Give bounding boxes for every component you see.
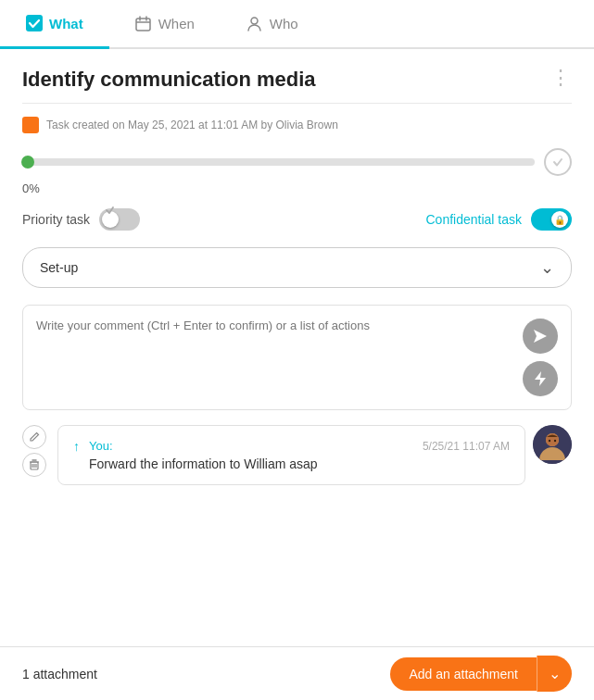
tab-what-label: What: [49, 16, 83, 31]
task-meta-text: Task created on May 25, 2021 at 11:01 AM…: [46, 119, 338, 131]
task-icon: [22, 117, 39, 133]
person-icon: [246, 15, 263, 31]
comment-up-arrow: ↑: [73, 439, 80, 454]
tab-when[interactable]: When: [109, 0, 221, 49]
attachment-dropdown-button[interactable]: ⌄: [537, 656, 572, 692]
main-content: Identify communication media ⋮ Task crea…: [0, 49, 594, 585]
bottom-right-actions: Add an attachment ⌄: [390, 656, 572, 692]
progress-label: 0%: [22, 181, 572, 195]
progress-check-button[interactable]: [544, 148, 572, 176]
comment-actions: [523, 319, 558, 396]
comment-input[interactable]: [36, 319, 513, 374]
comment-entry-controls: [22, 425, 46, 477]
avatar: [533, 425, 572, 464]
svg-point-18: [554, 440, 556, 442]
comment-time: 5/25/21 11:07 AM: [423, 440, 510, 453]
priority-toggle[interactable]: [99, 208, 140, 231]
category-dropdown[interactable]: Set-up ⌄: [22, 247, 572, 288]
comment-body: You: 5/25/21 11:07 AM Forward the inform…: [89, 439, 510, 471]
confidential-toggle-group: Confidential task 🔒: [425, 208, 572, 231]
lock-icon: 🔒: [554, 215, 565, 225]
toggles-row: Priority task Confidential task 🔒: [22, 208, 572, 231]
comment-header: You: 5/25/21 11:07 AM: [89, 439, 510, 453]
svg-rect-1: [136, 19, 150, 31]
priority-toggle-knob: [102, 211, 119, 228]
svg-rect-0: [26, 15, 43, 31]
delete-comment-button[interactable]: [22, 453, 46, 477]
tab-who[interactable]: Who: [221, 0, 324, 49]
confidential-toggle-knob: 🔒: [551, 211, 568, 228]
calendar-icon: [135, 15, 152, 31]
title-row: Identify communication media ⋮: [22, 68, 572, 92]
priority-task-label: Priority task: [22, 212, 90, 227]
tab-who-label: Who: [270, 16, 298, 31]
comment-area: [22, 305, 572, 410]
comment-text: Forward the information to William asap: [89, 456, 510, 471]
tab-when-label: When: [158, 16, 195, 31]
bottom-bar: 1 attachment Add an attachment ⌄: [0, 646, 594, 700]
priority-toggle-group: Priority task: [22, 208, 140, 231]
tab-what[interactable]: What: [0, 0, 109, 49]
svg-point-5: [251, 18, 258, 24]
title-divider: [22, 103, 572, 104]
confidential-task-label: Confidential task: [425, 212, 522, 227]
comment-entry-wrapper: ↑ You: 5/25/21 11:07 AM Forward the info…: [22, 425, 572, 493]
edit-comment-button[interactable]: [22, 425, 46, 449]
tabs-bar: What When Who: [0, 0, 594, 49]
more-icon[interactable]: ⋮: [550, 68, 572, 88]
chevron-down-icon: ⌄: [540, 257, 554, 278]
confidential-toggle[interactable]: 🔒: [531, 208, 572, 231]
page-title: Identify communication media: [22, 68, 316, 92]
svg-marker-7: [535, 371, 546, 386]
dropdown-value: Set-up: [40, 260, 78, 275]
attachment-count: 1 attachment: [22, 667, 97, 681]
send-button[interactable]: [523, 319, 558, 354]
comment-author: You:: [89, 439, 113, 453]
flash-button[interactable]: [523, 361, 558, 396]
svg-marker-6: [534, 330, 547, 343]
comment-entry: ↑ You: 5/25/21 11:07 AM Forward the info…: [57, 425, 525, 485]
progress-dot: [21, 156, 34, 169]
add-attachment-button[interactable]: Add an attachment: [390, 657, 537, 691]
progress-bar-container[interactable]: [22, 158, 535, 166]
svg-point-17: [549, 440, 550, 442]
progress-row: [22, 148, 572, 176]
check-icon: [26, 15, 43, 31]
task-meta: Task created on May 25, 2021 at 11:01 AM…: [22, 117, 572, 133]
arrow-up-icon: ↑: [73, 439, 80, 454]
